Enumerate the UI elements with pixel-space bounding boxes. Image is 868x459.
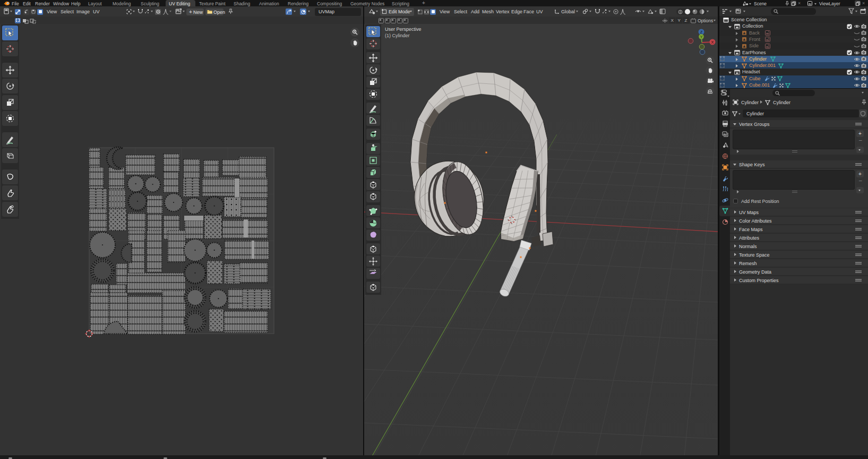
svg-text:Z: Z — [700, 30, 703, 35]
svg-text:X: X — [711, 40, 714, 45]
svg-text:Y: Y — [700, 35, 703, 39]
